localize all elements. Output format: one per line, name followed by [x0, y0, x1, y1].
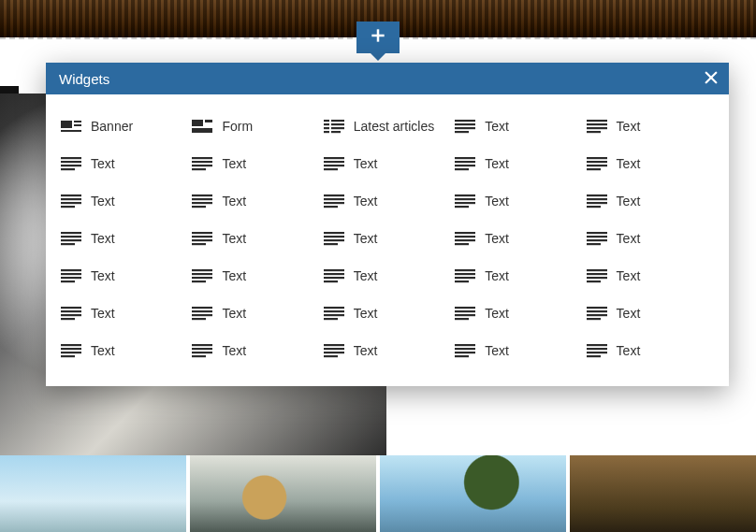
text-icon [324, 194, 344, 208]
widgets-grid: BannerFormLatest articlesTextTextTextTex… [46, 94, 729, 386]
widget-option-label: Text [91, 156, 115, 171]
text-icon [61, 231, 81, 246]
text-icon [455, 119, 475, 134]
text-icon [455, 231, 475, 246]
text-icon [324, 268, 344, 283]
text-icon [455, 343, 475, 358]
text-icon [61, 268, 81, 283]
add-widget-button[interactable] [356, 22, 400, 53]
widget-option-text[interactable]: Text [322, 145, 453, 182]
widget-option-label: Text [485, 194, 509, 208]
widget-option-label: Text [485, 306, 509, 321]
widget-option-text[interactable]: Text [585, 182, 716, 220]
widget-option-text[interactable]: Text [190, 145, 321, 182]
text-icon [455, 306, 475, 321]
widgets-panel-header: Widgets [46, 63, 729, 94]
widget-option-text[interactable]: Text [453, 145, 584, 182]
widget-option-text[interactable]: Text [59, 295, 190, 332]
widget-option-text[interactable]: Text [322, 220, 453, 257]
widget-option-label: Text [617, 119, 641, 134]
widget-option-text[interactable]: Text [59, 145, 190, 182]
widget-option-label: Text [485, 231, 509, 246]
thumbnail [0, 455, 186, 532]
widget-option-text[interactable]: Text [453, 108, 584, 145]
widget-option-label: Text [222, 231, 246, 246]
widget-option-label: Text [617, 343, 641, 358]
widget-option-text[interactable]: Text [190, 182, 321, 220]
widgets-panel: Widgets BannerFormLatest articlesTextTex… [46, 63, 729, 386]
widget-option-text[interactable]: Text [453, 332, 584, 369]
widget-option-label: Text [485, 268, 509, 283]
banner-icon [61, 119, 81, 134]
widget-option-label: Text [91, 194, 115, 208]
widget-option-text[interactable]: Text [585, 108, 716, 145]
widget-option-text[interactable]: Text [585, 257, 716, 295]
widget-option-text[interactable]: Text [190, 220, 321, 257]
widget-option-text[interactable]: Text [59, 332, 190, 369]
widget-option-articles[interactable]: Latest articles [322, 108, 453, 145]
text-icon [455, 268, 475, 283]
text-icon [192, 306, 212, 321]
widget-option-label: Text [222, 306, 246, 321]
widget-option-label: Text [354, 268, 378, 283]
widget-option-text[interactable]: Text [322, 332, 453, 369]
background-thumbnail-strip [0, 455, 756, 532]
widget-option-text[interactable]: Text [322, 257, 453, 295]
widget-option-label: Text [91, 231, 115, 246]
widget-option-text[interactable]: Text [59, 182, 190, 220]
widget-option-text[interactable]: Text [585, 295, 716, 332]
text-icon [61, 194, 81, 208]
widget-option-label: Text [91, 343, 115, 358]
widget-option-text[interactable]: Text [453, 295, 584, 332]
widget-option-form[interactable]: Form [190, 108, 321, 145]
widget-option-text[interactable]: Text [190, 332, 321, 369]
articles-icon [324, 119, 344, 134]
thumbnail [380, 455, 566, 532]
text-icon [587, 343, 607, 358]
widget-option-text[interactable]: Text [585, 145, 716, 182]
thumbnail [570, 455, 756, 532]
text-icon [587, 231, 607, 246]
widget-option-text[interactable]: Text [59, 220, 190, 257]
widget-option-text[interactable]: Text [453, 257, 584, 295]
widget-option-text[interactable]: Text [59, 257, 190, 295]
text-icon [587, 156, 607, 171]
thumbnail [190, 455, 376, 532]
text-icon [324, 156, 344, 171]
text-icon [192, 343, 212, 358]
widget-option-label: Text [222, 194, 246, 208]
text-icon [192, 231, 212, 246]
form-icon [192, 119, 212, 134]
widget-option-text[interactable]: Text [453, 182, 584, 220]
text-icon [61, 343, 81, 358]
close-button[interactable] [703, 69, 720, 89]
text-icon [324, 343, 344, 358]
text-icon [61, 156, 81, 171]
widgets-panel-title: Widgets [59, 71, 109, 87]
widget-option-text[interactable]: Text [322, 182, 453, 220]
widget-option-text[interactable]: Text [453, 220, 584, 257]
text-icon [455, 156, 475, 171]
text-icon [324, 306, 344, 321]
widget-option-banner[interactable]: Banner [59, 108, 190, 145]
text-icon [587, 194, 607, 208]
widget-option-label: Text [91, 268, 115, 283]
widget-option-text[interactable]: Text [190, 257, 321, 295]
plus-icon [369, 26, 387, 49]
close-icon [703, 69, 720, 89]
widget-option-text[interactable]: Text [190, 295, 321, 332]
widget-option-label: Text [354, 194, 378, 208]
widget-option-label: Text [222, 268, 246, 283]
widget-option-label: Text [354, 306, 378, 321]
widget-option-text[interactable]: Text [322, 295, 453, 332]
widget-option-label: Text [617, 231, 641, 246]
text-icon [455, 194, 475, 208]
text-icon [192, 268, 212, 283]
widget-option-label: Text [617, 306, 641, 321]
widget-option-label: Text [485, 343, 509, 358]
widget-option-label: Text [617, 268, 641, 283]
text-icon [192, 194, 212, 208]
widget-option-label: Banner [91, 119, 133, 134]
widget-option-text[interactable]: Text [585, 220, 716, 257]
widget-option-text[interactable]: Text [585, 332, 716, 369]
